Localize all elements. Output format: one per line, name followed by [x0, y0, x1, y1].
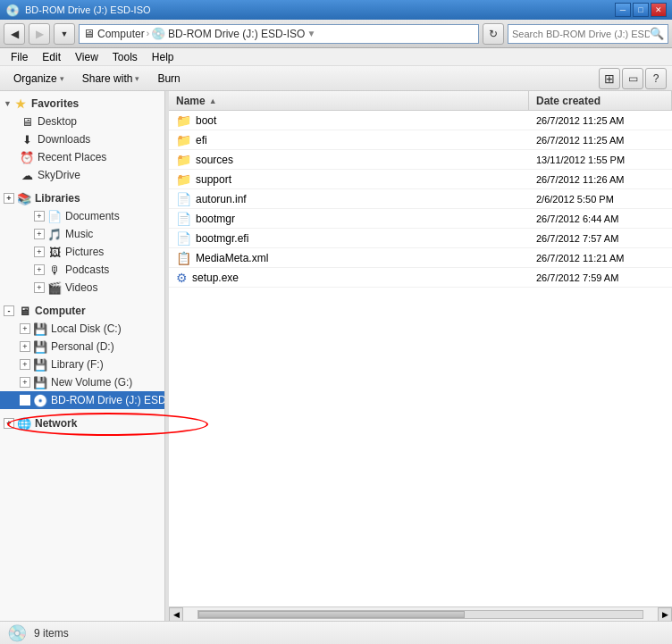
file-row[interactable]: 📄 bootmgr 26/7/2012 6:44 AM	[169, 209, 672, 229]
favorites-section: ▼ ★ Favorites 🖥 Desktop ⬇ Downloads ⏰ Re…	[0, 95, 164, 184]
new-volume-g-expand[interactable]: +	[20, 377, 30, 388]
menu-view[interactable]: View	[68, 48, 105, 65]
menu-edit[interactable]: Edit	[35, 48, 68, 65]
search-input[interactable]	[512, 29, 650, 39]
addressbar: ◀ ▶ ▼ 🖥 Computer › 💿 BD-ROM Drive (J:) E…	[0, 20, 672, 48]
computer-icon: 🖥	[17, 304, 31, 318]
sidebar-item-recent[interactable]: ⏰ Recent Places	[0, 148, 164, 166]
sidebar-item-documents[interactable]: + 📄 Documents	[0, 207, 164, 225]
file-name-cell: 📋 MediaMeta.xml	[169, 251, 529, 265]
file-name-text: efi	[196, 134, 207, 146]
hscroll-track[interactable]	[197, 610, 643, 619]
file-name-cell: 📄 autorun.inf	[169, 192, 529, 206]
sidebar-item-downloads[interactable]: ⬇ Downloads	[0, 130, 164, 148]
file-name-text: boot	[196, 114, 216, 127]
file-name-cell: 📄 bootmgr	[169, 212, 529, 226]
sidebar-item-desktop[interactable]: 🖥 Desktop	[0, 113, 164, 130]
sort-arrow-name: ▲	[209, 96, 217, 105]
view-options-button[interactable]: ⊞	[599, 68, 620, 89]
search-icon[interactable]: 🔍	[650, 27, 664, 40]
main-content: ▼ ★ Favorites 🖥 Desktop ⬇ Downloads ⏰ Re…	[0, 91, 672, 621]
network-header[interactable]: + 🌐 Network	[0, 414, 164, 432]
sidebar-item-music[interactable]: + 🎵 Music	[0, 225, 164, 243]
favorites-label: Favorites	[31, 97, 79, 110]
organize-button[interactable]: Organize ▾	[5, 69, 72, 88]
favorites-header[interactable]: ▼ ★ Favorites	[0, 95, 164, 113]
sidebar-item-new-volume-g[interactable]: + 💾 New Volume (G:)	[0, 373, 164, 391]
sidebar-item-local-c[interactable]: + 💾 Local Disk (C:)	[0, 320, 164, 338]
addr-drive[interactable]: 💿 BD-ROM Drive (J:) ESD-ISO	[151, 27, 305, 40]
file-row[interactable]: 📁 sources 13/11/2012 1:55 PM	[169, 150, 672, 170]
pictures-expand[interactable]: +	[34, 247, 45, 257]
file-row[interactable]: 📁 efi 26/7/2012 11:25 AM	[169, 130, 672, 150]
bdrom-j-expand[interactable]: +	[20, 395, 30, 406]
sidebar-item-skydrive[interactable]: ☁ SkyDrive	[0, 166, 164, 184]
help-button[interactable]: ?	[645, 68, 667, 89]
file-date-cell: 26/7/2012 7:59 AM	[529, 272, 672, 283]
maximize-button[interactable]: □	[633, 3, 649, 17]
sidebar-item-library-f[interactable]: + 💾 Library (F:)	[0, 355, 164, 373]
back-button[interactable]: ◀	[4, 23, 25, 45]
file-row[interactable]: 📁 boot 26/7/2012 11:25 AM	[169, 111, 672, 130]
file-row[interactable]: 📁 support 26/7/2012 11:26 AM	[169, 170, 672, 189]
documents-expand[interactable]: +	[34, 211, 45, 222]
sidebar-label-local-c: Local Disk (C:)	[51, 322, 122, 335]
share-button[interactable]: Share with ▾	[74, 69, 148, 88]
hscroll-thumb[interactable]	[198, 611, 465, 618]
file-row[interactable]: ⚙ setup.exe 26/7/2012 7:59 AM	[169, 268, 672, 288]
sidebar-item-bdrom-j[interactable]: + 💿 BD-ROM Drive (J:) ESD-ISO	[0, 391, 164, 409]
music-expand[interactable]: +	[34, 229, 45, 239]
search-box[interactable]: 🔍	[508, 24, 668, 44]
menu-file[interactable]: File	[4, 48, 35, 65]
podcasts-expand[interactable]: +	[34, 264, 45, 275]
sidebar-item-personal-d[interactable]: + 💾 Personal (D:)	[0, 338, 164, 355]
recent-pages-button[interactable]: ▼	[54, 23, 75, 45]
minimize-button[interactable]: ─	[615, 3, 631, 17]
statusbar-item-count: 9 items	[34, 627, 69, 640]
recent-icon: ⏰	[20, 150, 34, 164]
file-date-cell: 26/7/2012 11:26 AM	[529, 174, 672, 185]
music-icon: 🎵	[47, 227, 62, 241]
file-name-cell: 📄 bootmgr.efi	[169, 231, 529, 246]
libraries-header[interactable]: + 📚 Libraries	[0, 189, 164, 207]
computer-label: Computer	[35, 305, 86, 317]
col-header-date[interactable]: Date created	[529, 91, 672, 110]
network-expand[interactable]: +	[4, 418, 14, 429]
menu-tools[interactable]: Tools	[105, 48, 145, 65]
local-c-expand[interactable]: +	[20, 323, 30, 334]
videos-expand[interactable]: +	[34, 282, 45, 293]
hscroll-left[interactable]: ◀	[169, 607, 183, 622]
menu-help[interactable]: Help	[145, 48, 181, 65]
burn-button[interactable]: Burn	[149, 69, 188, 88]
file-row[interactable]: 📄 autorun.inf 2/6/2012 5:50 PM	[169, 189, 672, 209]
computer-header[interactable]: - 🖥 Computer	[0, 302, 164, 320]
hscroll-right[interactable]: ▶	[658, 607, 672, 622]
col-header-name[interactable]: Name ▲	[169, 91, 529, 110]
file-row[interactable]: 📄 bootmgr.efi 26/7/2012 7:57 AM	[169, 229, 672, 248]
address-path[interactable]: 🖥 Computer › 💿 BD-ROM Drive (J:) ESD-ISO…	[79, 24, 479, 44]
sidebar-item-pictures[interactable]: + 🖼 Pictures	[0, 243, 164, 261]
close-button[interactable]: ✕	[651, 3, 667, 17]
podcasts-icon: 🎙	[47, 263, 62, 277]
sidebar-label-skydrive: SkyDrive	[38, 169, 80, 181]
statusbar: 💿 9 items	[0, 621, 672, 644]
filelist-header: Name ▲ Date created	[169, 91, 672, 111]
refresh-button[interactable]: ↻	[483, 23, 504, 45]
sidebar-label-new-volume-g: New Volume (G:)	[51, 376, 132, 389]
file-icon: 📁	[176, 172, 191, 187]
personal-d-expand[interactable]: +	[20, 341, 30, 352]
skydrive-icon: ☁	[20, 168, 34, 182]
computer-expand[interactable]: -	[4, 305, 14, 316]
preview-pane-button[interactable]: ▭	[622, 68, 643, 89]
sidebar-label-podcasts: Podcasts	[65, 263, 109, 276]
forward-button[interactable]: ▶	[29, 23, 50, 45]
addr-computer[interactable]: 🖥 Computer	[83, 27, 145, 40]
file-date-cell: 26/7/2012 11:25 AM	[529, 135, 672, 146]
libraries-expand[interactable]: +	[4, 193, 14, 204]
sidebar-item-podcasts[interactable]: + 🎙 Podcasts	[0, 261, 164, 279]
sidebar-item-videos[interactable]: + 🎬 Videos	[0, 279, 164, 297]
file-row[interactable]: 📋 MediaMeta.xml 26/7/2012 11:21 AM	[169, 248, 672, 268]
file-icon: 📄	[176, 212, 191, 226]
library-f-expand[interactable]: +	[20, 359, 30, 370]
sidebar-label-downloads: Downloads	[38, 133, 90, 146]
